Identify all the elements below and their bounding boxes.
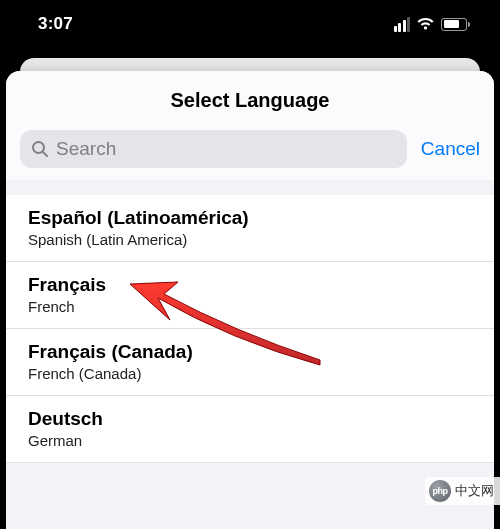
sheet-header: Select Language — [6, 71, 494, 124]
watermark-text: 中文网 — [455, 482, 494, 500]
language-english: Spanish (Latin America) — [28, 231, 472, 248]
language-native: Français (Canada) — [28, 341, 472, 363]
battery-icon — [441, 18, 470, 31]
svg-line-1 — [43, 152, 47, 156]
language-sheet: Select Language Cancel Español (Latinoam… — [6, 71, 494, 529]
language-english: German — [28, 432, 472, 449]
language-native: Français — [28, 274, 472, 296]
language-english: French (Canada) — [28, 365, 472, 382]
watermark-logo-icon: php — [429, 480, 451, 502]
language-row-french-ca[interactable]: Français (Canada) French (Canada) — [6, 329, 494, 396]
search-row: Cancel — [6, 124, 494, 181]
status-time: 3:07 — [38, 14, 73, 34]
cancel-button[interactable]: Cancel — [417, 134, 484, 164]
search-field[interactable] — [20, 130, 407, 168]
language-list-container: Español (Latinoamérica) Spanish (Latin A… — [6, 181, 494, 463]
watermark: php 中文网 — [425, 477, 500, 505]
language-english: French — [28, 298, 472, 315]
language-native: Español (Latinoamérica) — [28, 207, 472, 229]
search-input[interactable] — [56, 138, 397, 160]
status-bar: 3:07 — [0, 0, 500, 48]
language-native: Deutsch — [28, 408, 472, 430]
language-row-french[interactable]: Français French — [6, 262, 494, 329]
wifi-icon — [416, 17, 435, 31]
language-row-spanish-la[interactable]: Español (Latinoamérica) Spanish (Latin A… — [6, 195, 494, 262]
language-row-german[interactable]: Deutsch German — [6, 396, 494, 463]
search-icon — [30, 139, 50, 159]
sheet-title: Select Language — [20, 89, 480, 112]
status-icons — [394, 17, 471, 32]
language-list: Español (Latinoamérica) Spanish (Latin A… — [6, 195, 494, 463]
cellular-signal-icon — [394, 17, 411, 32]
